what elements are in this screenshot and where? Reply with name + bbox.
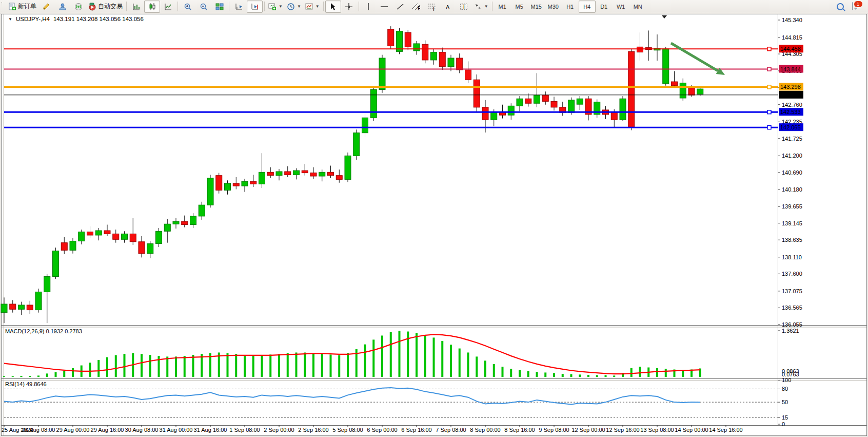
macd-histogram-bar bbox=[390, 332, 392, 377]
chart-symbol-title: USDJPY-,H4 bbox=[16, 16, 50, 22]
macd-histogram-bar bbox=[192, 355, 194, 377]
price-tick-label: 139.145 bbox=[782, 220, 802, 226]
timeframe-m30[interactable]: M30 bbox=[545, 1, 562, 13]
chat-icon: 1 bbox=[852, 3, 860, 11]
timeframe-w1[interactable]: W1 bbox=[613, 1, 629, 13]
metaeditor-button[interactable] bbox=[38, 1, 54, 13]
trendline-button[interactable] bbox=[392, 1, 408, 13]
channel-button[interactable]: E bbox=[408, 1, 424, 13]
macd-histogram-bar bbox=[97, 360, 100, 377]
macd-histogram-bar bbox=[115, 355, 117, 377]
macd-histogram-bar bbox=[665, 369, 667, 377]
timeframe-h4[interactable]: H4 bbox=[579, 1, 596, 13]
toolbar-grip[interactable] bbox=[2, 2, 5, 11]
candle-body bbox=[293, 170, 300, 175]
line-anchor-handle bbox=[767, 126, 771, 129]
time-tick-label: 8 Sep 00:00 bbox=[470, 427, 500, 433]
candle-body bbox=[551, 101, 557, 107]
candle-body bbox=[78, 232, 85, 241]
macd-histogram-bar bbox=[55, 372, 57, 377]
label-button[interactable]: T bbox=[456, 1, 472, 13]
candle-body bbox=[448, 58, 454, 67]
zoom-in-button[interactable] bbox=[180, 1, 195, 13]
svg-text:A: A bbox=[446, 4, 450, 10]
rsi-tick-label: 80 bbox=[782, 386, 788, 392]
notification-badge: 1 bbox=[854, 1, 863, 8]
time-tick-label: 14 Sep 00:00 bbox=[675, 427, 708, 433]
autotrading-button[interactable]: 自动交易 bbox=[86, 1, 125, 13]
fibonacci-button[interactable]: F bbox=[424, 1, 440, 13]
candle-body bbox=[577, 99, 583, 104]
timeframe-m5[interactable]: M5 bbox=[511, 1, 528, 13]
macd-histogram-bar bbox=[166, 356, 168, 377]
chevron-down-icon: ▼ bbox=[315, 4, 320, 9]
svg-text:F: F bbox=[433, 6, 436, 11]
search-button[interactable] bbox=[832, 1, 848, 13]
line-chart-icon bbox=[164, 3, 172, 11]
timeframe-d1[interactable]: D1 bbox=[596, 1, 613, 13]
timeframe-m15[interactable]: M15 bbox=[528, 1, 545, 13]
macd-histogram-bar bbox=[570, 374, 573, 377]
crosshair-button[interactable] bbox=[341, 1, 357, 13]
time-tick-label: 12 Sep 16:00 bbox=[606, 427, 639, 433]
zoom-out-button[interactable] bbox=[195, 1, 211, 13]
line-chart-button[interactable] bbox=[160, 1, 176, 13]
periods-button[interactable]: ▼ bbox=[285, 1, 303, 13]
horizontal-line-button[interactable] bbox=[377, 1, 392, 13]
community-button[interactable] bbox=[54, 1, 70, 13]
candle-body bbox=[139, 242, 145, 254]
timeframe-m1[interactable]: M1 bbox=[494, 1, 511, 13]
chart-dropdown-icon[interactable]: ▼ bbox=[8, 17, 12, 22]
candle-body bbox=[413, 44, 420, 51]
macd-histogram-bar bbox=[381, 335, 383, 377]
candle-body bbox=[207, 178, 213, 205]
price-tag-label: 143.298 bbox=[780, 84, 801, 90]
macd-indicator-label: MACD(12,26,9) 0.1932 0.2783 bbox=[5, 328, 82, 334]
shapes-button[interactable]: ▼ bbox=[472, 1, 490, 13]
bar-chart-button[interactable] bbox=[128, 1, 144, 13]
main-toolbar: 新订单 自动交易 bbox=[0, 0, 868, 13]
candle-body bbox=[27, 305, 33, 310]
macd-histogram-bar bbox=[252, 355, 254, 377]
candle-body bbox=[225, 183, 231, 190]
clock-icon bbox=[287, 3, 295, 11]
macd-histogram-bar bbox=[287, 353, 289, 377]
candle-body bbox=[431, 52, 437, 60]
templates-button[interactable]: ▼ bbox=[303, 1, 322, 13]
candle-body bbox=[405, 32, 411, 47]
chart-shift-button[interactable] bbox=[247, 1, 263, 13]
rsi-tick-label: 0 bbox=[782, 421, 785, 427]
candle-body bbox=[190, 216, 196, 225]
chat-button[interactable]: 1 bbox=[848, 1, 864, 13]
macd-histogram-bar bbox=[72, 368, 74, 377]
candlestick-icon bbox=[148, 3, 156, 11]
price-tag-label: 143.056 bbox=[780, 92, 801, 98]
cursor-arrow-icon bbox=[329, 3, 337, 11]
timeframe-h1[interactable]: H1 bbox=[562, 1, 579, 13]
toolbar-separator bbox=[492, 2, 492, 11]
autoscroll-button[interactable] bbox=[231, 1, 247, 13]
candle-body bbox=[568, 100, 575, 112]
candlestick-button[interactable] bbox=[144, 1, 160, 13]
macd-histogram-bar bbox=[347, 353, 349, 377]
macd-histogram-bar bbox=[12, 376, 14, 377]
candle-body bbox=[18, 305, 25, 309]
timeframe-mn[interactable]: MN bbox=[629, 1, 646, 13]
new-order-button[interactable]: 新订单 bbox=[6, 1, 38, 13]
macd-histogram-bar bbox=[467, 352, 469, 377]
time-tick-label: 7 Sep 08:00 bbox=[436, 427, 466, 433]
text-a-icon: A bbox=[444, 3, 452, 11]
macd-histogram-bar bbox=[149, 355, 151, 377]
tile-windows-button[interactable] bbox=[211, 1, 227, 13]
new-order-icon bbox=[8, 3, 16, 11]
new-chart-button[interactable]: ▼ bbox=[266, 1, 285, 13]
macd-histogram-bar bbox=[450, 345, 452, 377]
price-chart[interactable]: 145.340144.815144.305143.790143.275142.7… bbox=[0, 0, 868, 437]
candle-body bbox=[353, 133, 360, 156]
text-button[interactable]: A bbox=[440, 1, 456, 13]
signals-button[interactable] bbox=[70, 1, 86, 13]
cursor-button[interactable] bbox=[325, 1, 341, 13]
candle-body bbox=[319, 172, 325, 176]
vertical-line-button[interactable] bbox=[361, 1, 377, 13]
candle-body bbox=[336, 176, 342, 180]
